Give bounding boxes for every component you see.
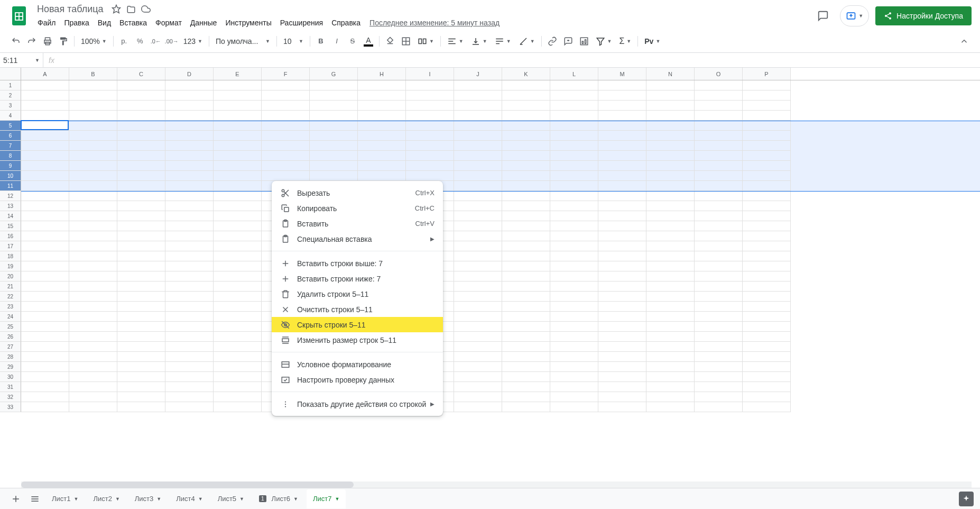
sheet-tab[interactable]: Лист2▼ [87,489,126,508]
row-header[interactable]: 8 [0,151,21,161]
row-header[interactable]: 14 [0,211,21,221]
column-header[interactable]: O [695,68,743,80]
paint-format-button[interactable] [56,34,71,49]
row-header[interactable]: 28 [0,352,21,362]
row-header[interactable]: 26 [0,332,21,342]
merge-dropdown[interactable]: ▼ [414,34,437,49]
row-header[interactable]: 22 [0,292,21,302]
filter-dropdown[interactable]: ▼ [593,34,615,49]
column-header[interactable]: C [117,68,165,80]
menu-insert[interactable]: Вставка [116,16,151,29]
menu-file[interactable]: Файл [34,16,59,29]
chart-button[interactable] [577,34,591,49]
column-header[interactable]: L [550,68,598,80]
italic-button[interactable]: I [329,34,344,49]
row-header[interactable]: 21 [0,281,21,292]
context-menu-item[interactable]: Удалить строки 5–11 [272,286,443,302]
currency-button[interactable]: р. [117,34,132,49]
context-menu-item[interactable]: Изменить размер строк 5–11 [272,332,443,348]
add-sheet-button[interactable] [6,489,25,508]
scrollbar-thumb[interactable] [21,481,354,488]
row-header[interactable]: 5 [0,121,21,131]
menu-tools[interactable]: Инструменты [221,16,275,29]
horizontal-scrollbar[interactable] [21,481,972,488]
row-header[interactable]: 7 [0,141,21,151]
rotate-dropdown[interactable]: ▼ [515,34,538,49]
percent-button[interactable]: % [133,34,147,49]
undo-button[interactable] [8,34,23,49]
sheet-tab[interactable]: Лист7▼ [307,489,346,508]
column-header[interactable]: E [214,68,262,80]
borders-button[interactable] [399,34,413,49]
column-header[interactable]: K [502,68,550,80]
column-header[interactable]: B [69,68,117,80]
powertools-dropdown[interactable]: Pv▼ [641,34,663,49]
menu-edit[interactable]: Правка [60,16,93,29]
column-header[interactable]: P [743,68,791,80]
move-icon[interactable] [126,4,136,14]
formula-input[interactable] [60,56,980,65]
row-header[interactable]: 2 [0,90,21,101]
font-size-dropdown[interactable]: 10▼ [280,34,307,49]
row-header[interactable]: 25 [0,322,21,332]
column-header[interactable]: N [646,68,695,80]
sheets-logo[interactable] [8,5,30,26]
share-button[interactable]: Настройки Доступа [875,6,972,25]
collapse-toolbar-button[interactable] [957,34,972,49]
context-menu-item[interactable]: Очистить строки 5–11 [272,302,443,317]
row-header[interactable]: 13 [0,201,21,211]
context-menu-item[interactable]: ВырезатьCtrl+X [272,185,443,201]
row-header[interactable]: 1 [0,80,21,90]
row-header[interactable]: 17 [0,241,21,251]
document-title[interactable]: Новая таблица [34,3,107,15]
context-menu-item[interactable]: Показать другие действия со строкой▶ [272,396,443,412]
print-button[interactable] [40,34,55,49]
sheet-tab[interactable]: 1Лист6▼ [253,489,304,508]
row-header[interactable]: 20 [0,271,21,281]
context-menu-item[interactable]: Вставить строки выше: 7 [272,256,443,271]
cloud-icon[interactable] [141,4,151,14]
column-header[interactable]: F [262,68,310,80]
sheet-tab[interactable]: Лист4▼ [170,489,209,508]
redo-button[interactable] [24,34,39,49]
column-header[interactable]: D [165,68,214,80]
column-header[interactable]: G [310,68,358,80]
row-header[interactable]: 4 [0,111,21,121]
column-header[interactable]: M [598,68,646,80]
row-header[interactable]: 24 [0,312,21,322]
row-header[interactable]: 11 [0,181,21,191]
row-header[interactable]: 29 [0,362,21,372]
row-header[interactable]: 31 [0,382,21,392]
row-header[interactable]: 3 [0,101,21,111]
sheet-tab[interactable]: Лист5▼ [211,489,251,508]
row-header[interactable]: 30 [0,372,21,382]
row-header[interactable]: 6 [0,131,21,141]
strikethrough-button[interactable]: S [345,34,360,49]
context-menu-item[interactable]: КопироватьCtrl+C [272,201,443,216]
last-edit-link[interactable]: Последнее изменение: 5 минут назад [369,19,500,27]
cells-area[interactable] [21,80,980,412]
row-header[interactable]: 18 [0,251,21,261]
link-button[interactable] [545,34,560,49]
star-icon[interactable] [111,4,122,14]
row-header[interactable]: 23 [0,302,21,312]
row-header[interactable]: 33 [0,402,21,412]
row-header[interactable]: 19 [0,261,21,271]
row-header[interactable]: 12 [0,191,21,201]
context-menu-item[interactable]: Настроить проверку данных [272,372,443,387]
context-menu-item[interactable]: Условное форматирование [272,357,443,372]
row-header[interactable]: 15 [0,221,21,231]
fill-color-button[interactable] [383,34,397,49]
row-header[interactable]: 10 [0,171,21,181]
increase-decimal-button[interactable]: .00→ [164,34,179,49]
row-header[interactable]: 27 [0,342,21,352]
context-menu-item[interactable]: Вставить строки ниже: 7 [272,271,443,286]
decrease-decimal-button[interactable]: .0← [149,34,163,49]
functions-dropdown[interactable]: Σ▼ [616,34,634,49]
sheet-tab[interactable]: Лист3▼ [128,489,168,508]
present-button[interactable]: ▼ [840,5,869,26]
menu-data[interactable]: Данные [187,16,221,29]
h-align-dropdown[interactable]: ▼ [444,34,467,49]
menu-help[interactable]: Справка [328,16,364,29]
sheet-tab[interactable]: Лист1▼ [45,489,85,508]
